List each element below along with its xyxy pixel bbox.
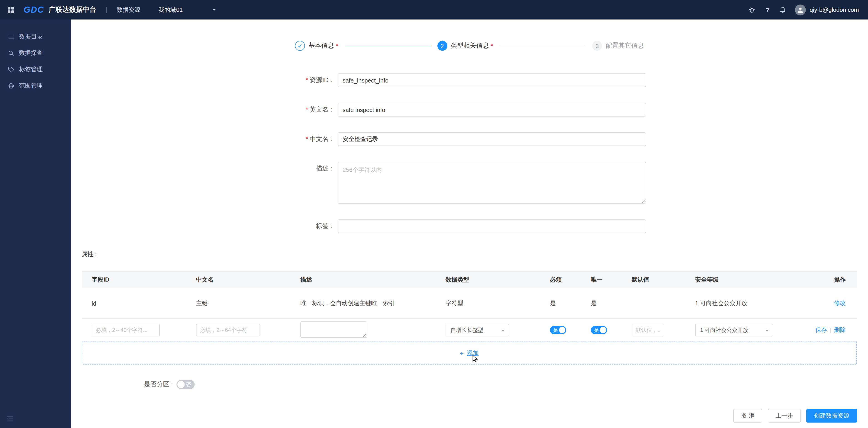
partition-toggle-label: 否 (186, 380, 191, 389)
en-name-input[interactable] (338, 103, 646, 117)
sidebar-item-data-catalog[interactable]: 数据目录 (0, 29, 71, 45)
app-window: GDC 广联达数据中台 数据资源 我的域01 ? qiy-b@glodon.co… (0, 0, 868, 428)
step-check-icon (295, 41, 305, 51)
tag-input[interactable] (338, 220, 646, 233)
col-header-action: 操作 (789, 271, 857, 288)
sidebar-item-label: 范围管理 (19, 81, 43, 90)
cn-name-label: *中文名 : (259, 135, 332, 143)
required-mark: * (306, 106, 308, 113)
domain-select-value: 我的域01 (158, 6, 183, 14)
required-toggle-label: 是 (553, 326, 558, 334)
form-row-resource-id: *资源ID : (259, 73, 659, 87)
data-type-select-value: 自增长长整型 (451, 326, 483, 334)
link-divider: | (830, 327, 831, 333)
topbar: GDC 广联达数据中台 数据资源 我的域01 ? qiy-b@glodon.co… (0, 0, 868, 20)
sidebar: 数据目录 数据探查 标签管理 范围管理 (0, 20, 71, 428)
sidebar-item-tag-management[interactable]: 标签管理 (0, 61, 71, 77)
save-link[interactable]: 保存 (815, 326, 827, 333)
resource-form: *资源ID : *英文名 : *中文名 : 描述 : 标签 : (259, 73, 659, 252)
create-resource-button[interactable]: 创建数据资源 (806, 409, 857, 422)
partition-row: 是否分区 : 否 (82, 380, 195, 389)
required-toggle[interactable]: 是 (550, 326, 566, 334)
delete-link[interactable]: 删除 (834, 326, 846, 333)
attributes-section-label: 属性 : (82, 250, 97, 258)
bug-icon[interactable] (747, 5, 757, 15)
nav-data-resource[interactable]: 数据资源 (117, 6, 140, 14)
add-attribute-button[interactable]: + 添加 (82, 342, 857, 365)
en-name-label: *英文名 : (259, 106, 332, 114)
step-label: 基本信息 (309, 42, 334, 50)
catalog-icon (7, 33, 14, 40)
toggle-knob (178, 381, 185, 388)
col-header-desc: 描述 (290, 271, 436, 288)
step-connector (345, 45, 431, 46)
table-header-row: 字段ID 中文名 描述 数据类型 必须 唯一 默认值 安全等级 操作 (82, 271, 857, 288)
resource-id-input[interactable] (338, 73, 646, 87)
step-label: 配置其它信息 (606, 42, 644, 50)
step-number: 2 (437, 41, 447, 51)
table-edit-row: 自增长长整型 是 是 (82, 319, 857, 342)
magnifier-icon (7, 50, 14, 57)
security-level-select[interactable]: 1 可向社会公众开放 (695, 324, 773, 336)
edit-desc-textarea[interactable] (300, 321, 367, 337)
chevron-down-icon (501, 328, 505, 332)
bell-icon[interactable] (778, 5, 788, 15)
cell-desc: 唯一标识，会自动创建主键唯一索引 (290, 288, 436, 319)
col-header-security: 安全等级 (685, 271, 789, 288)
attributes-table: 字段ID 中文名 描述 数据类型 必须 唯一 默认值 安全等级 操作 id 主键… (82, 271, 857, 342)
cell-field-id: id (82, 288, 186, 319)
cell-unique: 是 (581, 288, 622, 319)
form-row-cn-name: *中文名 : (259, 132, 659, 146)
sidebar-item-data-explore[interactable]: 数据探查 (0, 45, 71, 61)
sidebar-item-scope-management[interactable]: 范围管理 (0, 77, 71, 94)
col-header-required: 必须 (540, 271, 581, 288)
step-basic-info[interactable]: 基本信息 * (295, 41, 338, 51)
edit-default-input[interactable] (631, 324, 664, 336)
col-header-data-type: 数据类型 (436, 271, 540, 288)
description-textarea[interactable] (338, 162, 646, 204)
cn-name-input[interactable] (338, 132, 646, 146)
topbar-right-group: ? qiy-b@glodon.com (742, 4, 859, 15)
required-mark: * (306, 135, 308, 142)
step-number: 3 (592, 41, 602, 51)
data-type-select[interactable]: 自增长长整型 (445, 324, 509, 336)
partition-toggle[interactable]: 否 (177, 380, 195, 389)
gdc-logo: GDC (24, 5, 44, 15)
cell-cn-name: 主键 (186, 288, 290, 319)
step-required-mark: * (491, 42, 493, 50)
step-type-info[interactable]: 2 类型相关信息 * (437, 41, 493, 51)
cell-security: 1 可向社会公众开放 (685, 288, 789, 319)
form-row-en-name: *英文名 : (259, 103, 659, 117)
chevron-down-icon (765, 328, 769, 332)
help-icon[interactable]: ? (763, 5, 773, 15)
table-row: id 主键 唯一标识，会自动创建主键唯一索引 字符型 是 是 1 可向社会公众开… (82, 288, 857, 319)
col-header-field-id: 字段ID (82, 271, 186, 288)
form-row-description: 描述 : (259, 162, 659, 204)
description-label: 描述 : (259, 162, 332, 173)
edit-cn-name-input[interactable] (196, 324, 260, 336)
cancel-button[interactable]: 取 消 (734, 409, 762, 422)
modify-link[interactable]: 修改 (834, 300, 846, 306)
step-other-config[interactable]: 3 配置其它信息 (592, 41, 644, 51)
partition-label: 是否分区 : (82, 381, 173, 389)
cell-required: 是 (540, 288, 581, 319)
footer-actions: 取 消 上一步 创建数据资源 (71, 403, 868, 428)
add-label: 添加 (467, 349, 479, 357)
user-avatar[interactable] (795, 4, 806, 15)
col-header-cn-name: 中文名 (186, 271, 290, 288)
chevron-down-icon (212, 7, 216, 12)
sidebar-item-label: 数据目录 (19, 33, 43, 41)
domain-select[interactable]: 我的域01 (158, 6, 216, 14)
prev-step-button[interactable]: 上一步 (768, 409, 801, 422)
tag-label: 标签 : (259, 222, 332, 230)
step-required-mark: * (336, 42, 338, 50)
user-email[interactable]: qiy-b@glodon.com (810, 6, 859, 13)
edit-field-id-input[interactable] (92, 324, 160, 336)
app-title: 广联达数据中台 (49, 5, 96, 14)
sidebar-item-label: 标签管理 (19, 65, 43, 73)
step-connector (500, 45, 586, 46)
apps-grid-icon[interactable] (7, 6, 14, 13)
unique-toggle-label: 是 (594, 326, 599, 334)
unique-toggle[interactable]: 是 (591, 326, 607, 334)
sidebar-collapse-icon[interactable] (6, 415, 13, 423)
